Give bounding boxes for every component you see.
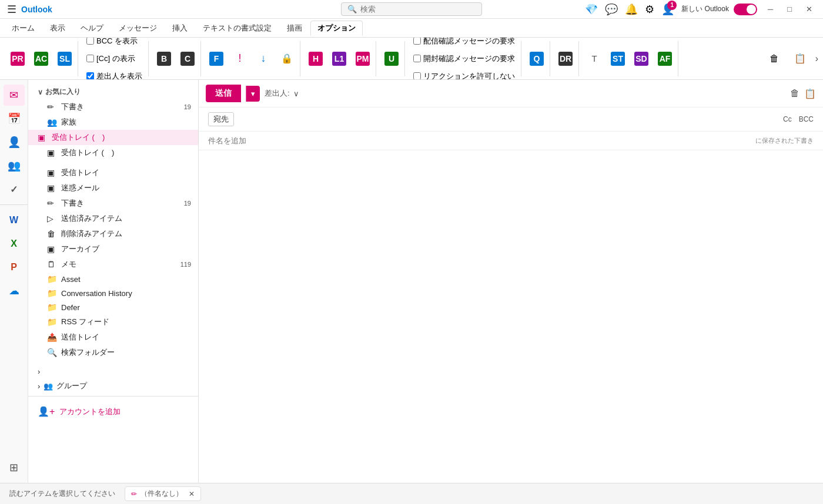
- hamburger-menu[interactable]: ☰: [7, 3, 16, 16]
- new-outlook-toggle[interactable]: [734, 4, 757, 15]
- sidebar-item-notes[interactable]: 🗒 メモ 119: [28, 257, 198, 272]
- ribbon-btn-b[interactable]: B: [153, 49, 175, 68]
- nav-icon-tasks[interactable]: ✓: [4, 179, 25, 200]
- sidebar-item-deleted[interactable]: 🗑 削除済みアイテム: [28, 226, 198, 241]
- nav-icon-people[interactable]: 👤: [4, 132, 25, 153]
- ribbon-btn-down[interactable]: ↓: [253, 50, 274, 67]
- ribbon-btn-ac[interactable]: AC: [31, 49, 52, 68]
- sidebar-item-inbox-active[interactable]: ▣ 受信トレイ ( ): [28, 130, 198, 145]
- tab-message[interactable]: メッセージ: [112, 21, 164, 36]
- ribbon-trash-btn[interactable]: 🗑: [764, 51, 785, 66]
- ribbon-btn-sl[interactable]: SL: [54, 49, 75, 68]
- sidebar-item-sent-tray[interactable]: 📤 送信トレイ: [28, 330, 198, 345]
- nav-icon-calendar[interactable]: 📅: [4, 108, 25, 129]
- nav-icon-groups[interactable]: 👥: [4, 155, 25, 176]
- ribbon-btn-pr[interactable]: PR: [7, 49, 28, 68]
- sidebar-item-rss[interactable]: 📁 RSS フィード: [28, 314, 198, 330]
- ribbon-btn-lock[interactable]: 🔒: [276, 51, 297, 66]
- sidebar-item-drafts2[interactable]: ✏ 下書き 19: [28, 196, 198, 211]
- compose-trash-btn[interactable]: 🗑: [790, 88, 799, 99]
- sender-expand-icon[interactable]: ∨: [293, 89, 299, 98]
- sidebar-item-asset[interactable]: 📁 Asset: [28, 272, 198, 286]
- sidebar-item-sent[interactable]: ▷ 送信済みアイテム: [28, 211, 198, 226]
- ribbon-btn-sd[interactable]: SD: [631, 49, 652, 68]
- minimize-button[interactable]: ─: [764, 4, 777, 15]
- sidebar-item-drafts[interactable]: ✏ 下書き 19: [28, 99, 198, 115]
- search-bar[interactable]: 🔍: [341, 2, 482, 16]
- ribbon-btn-c[interactable]: C: [177, 49, 198, 68]
- sidebar-item-defer[interactable]: 📁 Defer: [28, 300, 198, 314]
- sidebar-item-inbox2[interactable]: ▣ 受信トレイ: [28, 165, 198, 180]
- ribbon-btn-exclaim[interactable]: !: [229, 50, 250, 67]
- ribbon-btn-st2[interactable]: ST: [607, 49, 628, 68]
- sidebar-groups[interactable]: › 👥 グループ: [28, 378, 198, 394]
- ribbon-btn-af[interactable]: AF: [654, 49, 675, 68]
- ribbon-btn-q[interactable]: Q: [526, 49, 547, 68]
- close-button[interactable]: ✕: [802, 4, 816, 15]
- send-dropdown-button[interactable]: ▾: [246, 86, 260, 102]
- tab-draw[interactable]: 描画: [280, 21, 309, 36]
- ribbon-copy-btn[interactable]: 📋: [789, 51, 811, 66]
- compose-body[interactable]: [199, 150, 823, 483]
- tab-insert[interactable]: 挿入: [165, 21, 195, 36]
- chat-icon[interactable]: 💬: [605, 3, 618, 16]
- ribbon-btn-dr[interactable]: DR: [555, 49, 576, 68]
- read-receipt-group[interactable]: 開封確認メッセージの要求: [410, 51, 518, 66]
- ribbon-btn-l1[interactable]: L1: [329, 49, 350, 68]
- new-outlook-toggle-area: 新しい Outlook: [681, 4, 757, 15]
- ribbon-btn-st[interactable]: T: [584, 51, 605, 66]
- no-reaction-group[interactable]: リアクションを許可しない: [410, 69, 518, 80]
- draft-tab-close[interactable]: ✕: [189, 490, 195, 498]
- ribbon-btn-u[interactable]: U: [381, 49, 402, 68]
- delivery-confirm-group[interactable]: 配信確認メッセージの要求: [410, 38, 518, 49]
- maximize-button[interactable]: □: [784, 4, 795, 15]
- account-icon[interactable]: 👤 1: [661, 3, 674, 16]
- bcc-checkbox-group[interactable]: BCC を表示: [83, 38, 146, 49]
- sidebar-item-archive[interactable]: ▣ アーカイブ: [28, 241, 198, 257]
- inbox-active-icon: ▣: [38, 133, 48, 142]
- sidebar-item-search-folder[interactable]: 🔍 検索フォルダー: [28, 345, 198, 360]
- sidebar-item-family[interactable]: 👥 家族: [28, 115, 198, 130]
- read-receipt-checkbox[interactable]: [413, 55, 421, 62]
- nav-icon-onedrive[interactable]: ☁: [4, 280, 25, 301]
- sidebar-add-account[interactable]: 👤+ アカウントを追加: [28, 401, 198, 422]
- draft-tab[interactable]: ✏ （件名なし） ✕: [125, 486, 201, 501]
- send-button[interactable]: 送信: [206, 85, 241, 102]
- ribbon-btn-h[interactable]: H: [305, 49, 326, 68]
- nav-icon-mail[interactable]: ✉: [4, 85, 25, 106]
- show-sender-checkbox[interactable]: [86, 72, 94, 80]
- tab-home[interactable]: ホーム: [5, 21, 42, 36]
- nav-icon-excel[interactable]: X: [4, 233, 25, 254]
- no-reaction-checkbox[interactable]: [413, 72, 421, 80]
- nav-icon-word[interactable]: W: [4, 210, 25, 231]
- subject-input[interactable]: [208, 136, 755, 145]
- compose-copy-btn[interactable]: 📋: [804, 88, 816, 99]
- nav-icon-powerpoint[interactable]: P: [4, 257, 25, 278]
- tab-options[interactable]: オプション: [310, 21, 363, 36]
- diamond-icon[interactable]: 💎: [585, 3, 598, 16]
- delivery-confirm-checkbox[interactable]: [413, 38, 421, 45]
- nav-icon-apps[interactable]: ⊞: [4, 457, 25, 478]
- drafts-label: 下書き: [61, 102, 84, 112]
- ribbon-btn-pm[interactable]: PM: [352, 49, 373, 68]
- ribbon-btn-f[interactable]: F: [206, 49, 227, 68]
- bell-icon[interactable]: 🔔: [625, 3, 638, 16]
- tab-help[interactable]: ヘルプ: [73, 21, 111, 36]
- search-input[interactable]: [360, 5, 466, 14]
- cc-display-checkbox[interactable]: [86, 55, 94, 62]
- bcc-button[interactable]: BCC: [799, 115, 814, 123]
- show-sender-checkbox-group[interactable]: 差出人を表示: [83, 69, 146, 80]
- cc-button[interactable]: Cc: [783, 115, 792, 123]
- sidebar-item-inbox-sub[interactable]: ▣ 受信トレイ ( ): [28, 145, 198, 160]
- sidebar-expand-more[interactable]: ›: [28, 365, 198, 378]
- sidebar-item-conv-history[interactable]: 📁 Conversation History: [28, 286, 198, 300]
- tab-view[interactable]: 表示: [43, 21, 72, 36]
- ribbon-more-btn[interactable]: ›: [815, 53, 818, 64]
- u-icon: U: [384, 52, 399, 66]
- sidebar-item-junk[interactable]: ▣ 迷惑メール: [28, 180, 198, 196]
- settings-icon[interactable]: ⚙: [645, 3, 654, 16]
- to-input[interactable]: [239, 115, 778, 124]
- tab-text-format[interactable]: テキストの書式設定: [196, 21, 279, 36]
- bcc-checkbox[interactable]: [86, 38, 94, 45]
- cc-display-checkbox-group[interactable]: [Cc] の表示: [83, 51, 146, 66]
